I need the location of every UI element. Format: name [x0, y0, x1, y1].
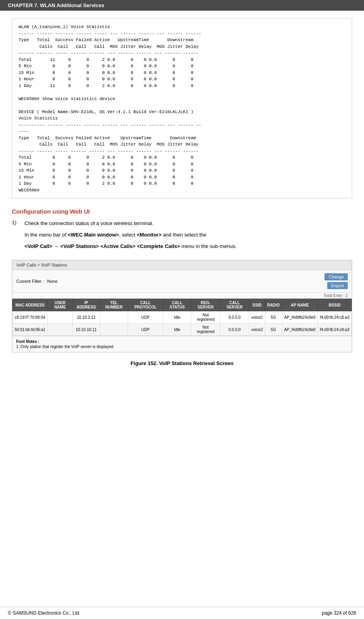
cell-apname-2: AP_f4d9fb24c8e0: [282, 324, 318, 336]
footnote-title: Foot Notes :: [16, 339, 348, 344]
code-block: WLAN (A_toanyone_1) Voice Statistis ----…: [12, 19, 352, 199]
cell-bssid-2: f4:d9:fb:24:c8:a3: [318, 324, 352, 336]
footer-left: © SAMSUNG Electronics Co., Ltd.: [8, 610, 81, 616]
item-text: Check the connection status of a voice w…: [25, 220, 154, 226]
filter-label: Current Filter :: [16, 279, 44, 284]
th-status: CALL STATUS: [163, 299, 191, 311]
item-detail-3: and then select the: [162, 232, 206, 238]
item-detail-4: menu in the sub-menus.: [180, 243, 237, 249]
th-reg: REG. SERVER: [191, 299, 220, 311]
cell-tel-2: [100, 324, 128, 336]
footer-right: page 324 of 628: [322, 610, 356, 616]
cell-proto-2: UDP: [128, 324, 163, 336]
cell-status-1: Idle: [163, 311, 191, 324]
table-row: 50:01:bb:fd:96:a1 10.10.10.11 UDP Idle N…: [13, 324, 352, 336]
cell-ip-2: 10.10.10.11: [72, 324, 100, 336]
th-username: USER NAME: [47, 299, 72, 311]
item-bold5: <Active Calls>: [100, 243, 136, 249]
item-detail-line: In the menu bar of <WEC Main window>, se…: [25, 231, 352, 239]
cell-user-2: [47, 324, 72, 336]
cell-reg-1: Not registered: [191, 311, 220, 324]
cell-bssid-1: f4:d9:fb:24:c8:a3: [318, 311, 352, 324]
cell-status-2: Idle: [163, 324, 191, 336]
page-header: CHAPTER 7. WLAN Additional Services: [0, 0, 364, 11]
voip-stations-table: MAC ADDRESS USER NAME IP ADDRESS TEL NUM…: [12, 299, 352, 336]
th-ssid: SSID: [249, 299, 265, 311]
voip-table-body: c8:19:f7:70:89:04 10.10.2.12 UDP Idle No…: [13, 311, 352, 336]
item-bold6: <Complete Calls>: [137, 243, 180, 249]
th-ip: IP ADDRESS: [72, 299, 100, 311]
cell-mac-2: 50:01:bb:fd:96:a1: [13, 324, 48, 336]
cell-ip-1: 10.10.2.12: [72, 311, 100, 324]
item-first-line: Check the connection status of a voice w…: [25, 220, 352, 228]
table-header-row: MAC ADDRESS USER NAME IP ADDRESS TEL NUM…: [13, 299, 352, 311]
cell-reg-2: Not registered: [191, 324, 220, 336]
th-protocol: CALL PROTOCOL: [128, 299, 163, 311]
numbered-item-1: 1) Check the connection status of a voic…: [12, 220, 352, 254]
item-number: 1): [12, 220, 20, 254]
voip-table-head: MAC ADDRESS USER NAME IP ADDRESS TEL NUM…: [13, 299, 352, 311]
item-content: Check the connection status of a voice w…: [25, 220, 352, 254]
voip-toolbar-right: Change Export: [324, 273, 348, 289]
item-detail-line2: <VoIP Call> → <VoIP Stations> <Active Ca…: [25, 242, 352, 251]
header-title: CHAPTER 7. WLAN Additional Services: [8, 2, 104, 8]
item-bold4: <VoIP Stations>: [60, 243, 99, 249]
section-heading: Configuration using Web UI: [12, 208, 352, 215]
voip-toolbar-left: Current Filter : None: [16, 279, 58, 284]
cell-user-1: [47, 311, 72, 324]
total-entry: Total Entry : 2: [12, 293, 352, 299]
figure-caption: Figure 152. VoIP Stations Retrieval Scre…: [12, 360, 352, 366]
cell-apname-1: AP_f4d9fb24c8e0: [282, 311, 318, 324]
th-mac: MAC ADDRESS: [13, 299, 48, 311]
cell-callserver-1: 0.0.0.0: [220, 311, 249, 324]
th-apname: AP NAME: [282, 299, 318, 311]
filter-value: None: [47, 279, 57, 284]
item-bold2: <Monitor>: [137, 232, 162, 238]
th-callserver: CALL SERVER: [220, 299, 249, 311]
footnote-text: 1. Only station that register the VoIP s…: [16, 345, 348, 349]
table-row: c8:19:f7:70:89:04 10.10.2.12 UDP Idle No…: [13, 311, 352, 324]
item-bold1: <WEC Main window>: [68, 232, 119, 238]
cell-proto-1: UDP: [128, 311, 163, 324]
export-button[interactable]: Export: [327, 282, 348, 289]
item-arrow: →: [52, 243, 60, 249]
th-radio: RADIO: [265, 299, 282, 311]
cell-radio-1: 5G: [265, 311, 282, 324]
cell-tel-1: [100, 311, 128, 324]
cell-radio-2: 5G: [265, 324, 282, 336]
cell-ssid-1: voice2: [249, 311, 265, 324]
th-bssid: BSSID: [318, 299, 352, 311]
footnote-section: Foot Notes : 1. Only station that regist…: [12, 336, 352, 352]
voip-nav-bar: VoIP Calls > VoIP Stations: [12, 260, 352, 270]
voip-nav-text: VoIP Calls > VoIP Stations: [16, 263, 67, 267]
item-bold3: <VoIP Call>: [25, 243, 52, 249]
change-button[interactable]: Change: [324, 273, 348, 280]
item-detail-1: In the menu bar of: [25, 232, 68, 238]
voip-frame: VoIP Calls > VoIP Stations Current Filte…: [12, 260, 352, 352]
voip-toolbar: Current Filter : None Change Export: [12, 270, 352, 293]
main-content: WLAN (A_toanyone_1) Voice Statistis ----…: [0, 11, 364, 382]
th-tel: TEL NUMBER: [100, 299, 128, 311]
cell-callserver-2: 0.0.0.0: [220, 324, 249, 336]
item-detail-2: , select: [119, 232, 137, 238]
cell-ssid-2: voice2: [249, 324, 265, 336]
cell-mac-1: c8:19:f7:70:89:04: [13, 311, 48, 324]
page-footer: © SAMSUNG Electronics Co., Ltd. page 324…: [0, 607, 364, 619]
